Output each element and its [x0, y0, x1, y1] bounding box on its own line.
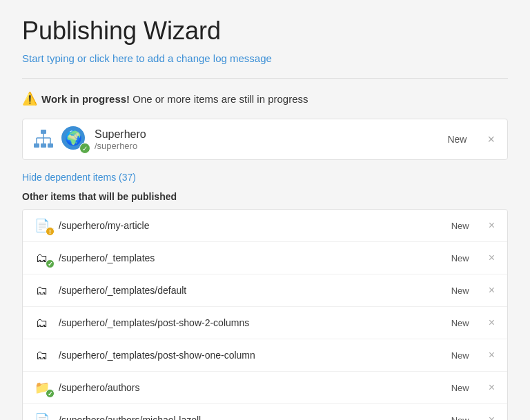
list-item: 🗂✓/superhero/_templatesNew×: [23, 242, 507, 274]
item-icon-1: 🗂✓: [32, 248, 52, 268]
other-items-label: Other items that will be published: [22, 191, 508, 202]
item-remove-button-2[interactable]: ×: [486, 283, 498, 298]
item-icon-0: 📄!: [32, 216, 52, 235]
wip-text: Work in progress! One or more items are …: [41, 93, 308, 105]
item-status-0: New: [451, 221, 469, 231]
page-container: Publishing Wizard Start typing or click …: [0, 0, 530, 420]
main-item-name: Superhero: [95, 128, 440, 141]
svg-rect-0: [41, 130, 46, 134]
item-path-2: /superhero/_templates/default: [59, 285, 444, 296]
main-item-path: /superhero: [95, 141, 440, 151]
item-path-0: /superhero/my-article: [59, 220, 444, 231]
item-badge-1: ✓: [46, 259, 55, 268]
item-path-1: /superhero/_templates: [59, 252, 444, 263]
sitemap-icon: [32, 128, 55, 150]
list-item: 📄✓/superhero/authors/michael-lazellNew×: [23, 404, 507, 420]
item-remove-button-0[interactable]: ×: [486, 218, 498, 233]
list-item: 🗂/superhero/_templates/defaultNew×: [23, 274, 507, 307]
warning-icon: ⚠️: [22, 91, 37, 106]
list-item: 📁✓/superhero/authorsNew×: [23, 372, 507, 404]
item-remove-button-6[interactable]: ×: [486, 412, 498, 420]
item-icon-3: 🗂: [32, 313, 52, 332]
item-status-6: New: [451, 415, 469, 421]
item-path-3: /superhero/_templates/post-show-2-column…: [59, 317, 444, 328]
change-log-link[interactable]: Start typing or click here to add a chan…: [22, 52, 272, 64]
item-icon-4: 🗂: [32, 346, 52, 365]
page-title: Publishing Wizard: [22, 17, 508, 46]
main-item-status: New: [447, 134, 467, 145]
list-item: 📄!/superhero/my-articleNew×: [23, 210, 507, 242]
list-item: 🗂/superhero/_templates/post-show-one-col…: [23, 339, 507, 372]
item-icon-5: 📁✓: [32, 378, 52, 397]
item-status-4: New: [451, 350, 469, 361]
item-path-6: /superhero/authors/michael-lazell: [59, 414, 444, 420]
item-status-2: New: [451, 286, 469, 296]
item-status-5: New: [451, 383, 469, 393]
item-remove-button-5[interactable]: ×: [486, 380, 498, 395]
item-remove-button-1[interactable]: ×: [486, 250, 498, 266]
item-status-1: New: [451, 253, 469, 263]
globe-icon-container: 🌍 ✓: [61, 126, 88, 152]
item-path-5: /superhero/authors: [59, 382, 444, 393]
list-item: 🗂/superhero/_templates/post-show-2-colum…: [23, 307, 507, 339]
item-badge-0: !: [46, 227, 55, 236]
item-path-4: /superhero/_templates/post-show-one-colu…: [59, 350, 444, 361]
globe-check-badge: ✓: [79, 143, 90, 154]
main-item-info: Superhero /superhero: [95, 128, 440, 151]
item-remove-button-4[interactable]: ×: [486, 348, 498, 363]
svg-rect-1: [34, 143, 39, 148]
item-badge-5: ✓: [46, 389, 55, 398]
divider: [22, 78, 508, 79]
item-status-3: New: [451, 318, 469, 328]
item-remove-button-3[interactable]: ×: [486, 315, 498, 330]
main-item-row: 🌍 ✓ Superhero /superhero New ×: [22, 119, 508, 160]
svg-rect-3: [48, 143, 53, 148]
work-in-progress-banner: ⚠️ Work in progress! One or more items a…: [22, 91, 508, 106]
main-item-remove-button[interactable]: ×: [484, 132, 498, 147]
items-list: 📄!/superhero/my-articleNew×🗂✓/superhero/…: [22, 209, 508, 420]
svg-rect-2: [41, 143, 46, 148]
item-icon-2: 🗂: [32, 281, 52, 300]
hide-dependent-link[interactable]: Hide dependent items (37): [22, 172, 136, 183]
item-icon-6: 📄✓: [32, 410, 52, 420]
